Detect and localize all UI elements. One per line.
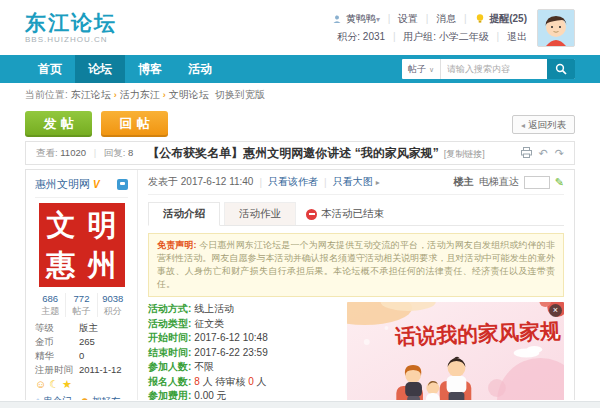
medal-star-icon: ★ [62,378,72,391]
disclaimer-box: 免责声明: 今日惠州网东江论坛是一个为网友提供互动交流的平台，活动为网友自发组织… [148,233,564,297]
breadcrumb-section-link[interactable]: 活力东江 [120,88,160,102]
activity-ended-notice: 本活动已结束 [306,207,384,225]
disclaimer-text: 今日惠州网东江论坛是一个为网友提供互动交流的平台，活动为网友自发组织或约伴的非营… [157,240,555,289]
replies-label: 回复: [104,147,126,158]
nav-tab-activity[interactable]: 活动 [175,55,225,83]
detail-row-type: 活动类型:征文类 [148,317,343,332]
ended-icon [306,209,317,220]
avatar-boy-illustration [538,10,574,46]
medal-smiley-icon: ☺ [35,378,46,391]
settings-link[interactable]: 设置 [398,13,418,24]
thread-title: 【公布获奖名单】惠州文明网邀你讲述 “我的家风家规”[复制链接] [147,145,484,162]
wide-version-link[interactable]: 切换到宽版 [215,88,265,102]
page-bottom-divider [0,401,600,408]
visit-space-link[interactable]: ⌂串个门 [35,394,72,400]
replies-count: 8 [128,147,133,158]
search-button[interactable] [547,59,575,79]
reply-button[interactable]: 回帖 [101,111,168,137]
logo-subtitle: BBS.HUIZHOU.CN [25,35,117,44]
breadcrumb-board-link[interactable]: 文明论坛 [169,88,209,102]
chevron-down-icon: ▾ [376,15,380,24]
author-avatar[interactable]: 文 明 惠 州 [39,203,125,287]
close-image-button[interactable]: × [549,304,562,317]
pending-count: 0 [248,375,254,390]
next-thread-icon[interactable]: ↷ [555,147,564,160]
author-name-link[interactable]: 惠州文明网 [35,177,90,192]
author-sidebar: 惠州文明网 V 文 明 惠 州 686主题 772帖子 9038积分 等级版主 … [26,170,138,400]
copy-link[interactable]: [复制链接] [444,149,485,159]
author-digest-row: 精华0 [35,349,128,363]
detail-row-limit: 参加人数:不限 [148,360,343,375]
triangle-right-icon: ▸ [376,178,380,187]
banner-illustration: 话说我的家风家规 [347,302,564,400]
user-avatar[interactable] [537,9,575,47]
only-images-link[interactable]: 只看大图 [333,175,373,189]
print-icon[interactable] [521,147,532,160]
thread-header-bar: 查看: 11020 | 回复: 8 【公布获奖名单】惠州文明网邀你讲述 “我的家… [25,141,575,165]
friend-icon: ☻ [80,394,91,400]
prev-thread-icon[interactable]: ↶ [539,147,548,160]
breadcrumb-label: 当前位置: [25,88,68,102]
author-rank-row: 等级版主 [35,321,128,335]
online-status-icon [117,179,128,190]
post-content: 发表于 2017-6-12 11:40 | 只看该作者 | 只看大图 ▸ 楼主 … [138,170,574,400]
search-category-select[interactable]: 帖子∨ [402,59,441,79]
verified-badge: V [93,179,100,190]
elevator-input[interactable] [524,176,550,189]
author-stats: 686主题 772帖子 9038积分 [35,293,128,317]
detail-row-signup: 报名人数: 8 人 待审核 0 人 [148,375,343,390]
reminder-link[interactable]: 提醒(25) [489,13,527,24]
breadcrumb-separator-icon: › [114,90,117,100]
post-time: 发表于 2017-6-12 11:40 [148,175,253,189]
author-regdate-row: 注册时间2011-1-12 [35,363,128,377]
logout-link[interactable]: 退出 [507,31,527,42]
jump-pencil-icon[interactable]: ✎ [555,176,564,189]
nav-tab-forum[interactable]: 论坛 [75,55,125,83]
add-friend-link[interactable]: ☻加好友 [80,394,121,400]
activity-banner-image[interactable]: 话说我的家风家规 [347,302,564,400]
author-medals: ☺ ☾ ★ [35,378,128,391]
messages-link[interactable]: 消息 [436,13,456,24]
detail-row-mode: 活动方式:线上活动 [148,302,343,317]
detail-row-end: 结束时间:2017-6-22 23:59 [148,346,343,361]
medal-moon-icon: ☾ [49,378,59,391]
search-input[interactable] [441,59,547,79]
search-icon [555,63,567,75]
post-meta-row: 发表于 2017-6-12 11:40 | 只看该作者 | 只看大图 ▸ 楼主 … [148,175,564,195]
usergroup-label: 用户组: 小学二年级 [403,31,489,42]
only-author-link[interactable]: 只看该作者 [268,175,318,189]
home-icon: ⌂ [35,394,41,400]
reminder-bulb-icon [476,11,484,28]
tab-activity-intro[interactable]: 活动介绍 [148,202,220,226]
signup-count: 8 [194,375,200,390]
breadcrumb-forum-link[interactable]: 东江论坛 [71,88,111,102]
points-label: 积分: 2031 [337,31,385,42]
activity-details: 活动方式:线上活动 活动类型:征文类 开始时间:2017-6-12 10:48 … [148,302,343,400]
breadcrumb-separator-icon: › [163,90,166,100]
author-gold-row: 金币265 [35,335,128,349]
elevator-label: 电梯直达 [479,175,519,189]
posts-count-link[interactable]: 772 [74,293,90,304]
nav-tab-home[interactable]: 首页 [25,55,75,83]
tab-activity-homework[interactable]: 活动作业 [224,202,296,225]
threads-count-link[interactable]: 686 [42,293,58,304]
new-post-button[interactable]: 发帖 [25,111,92,137]
credits-count-link[interactable]: 9038 [102,293,123,304]
search-bar: 帖子∨ [402,59,575,79]
breadcrumb: 当前位置: 东江论坛 › 活力东江 › 文明论坛 切换到宽版 [0,83,600,107]
views-label: 查看: [36,147,58,158]
post-container: 惠州文明网 V 文 明 惠 州 686主题 772帖子 9038积分 等级版主 … [25,169,575,400]
site-header: 东江论坛 BBS.HUIZHOU.CN 黄鸭鸭▾ | 设置 | 消息 | 提醒(… [0,0,600,55]
username-link[interactable]: 黄鸭鸭 [346,13,376,24]
action-buttons-row: 发帖 回帖 ◂返回列表 [0,107,600,141]
floor-badge: 楼主 [454,175,474,189]
site-logo[interactable]: 东江论坛 BBS.HUIZHOU.CN [25,11,117,43]
views-count: 11020 [60,147,86,158]
detail-row-fee: 参加费用:0.00 元 [148,389,343,400]
chevron-down-icon: ∨ [429,66,434,73]
detail-row-start: 开始时间:2017-6-12 10:48 [148,331,343,346]
back-to-list-button[interactable]: ◂返回列表 [512,115,575,134]
main-nav: 首页 论坛 博客 活动 帖子∨ [0,55,600,83]
disclaimer-label: 免责声明: [157,240,197,250]
nav-tab-blog[interactable]: 博客 [125,55,175,83]
